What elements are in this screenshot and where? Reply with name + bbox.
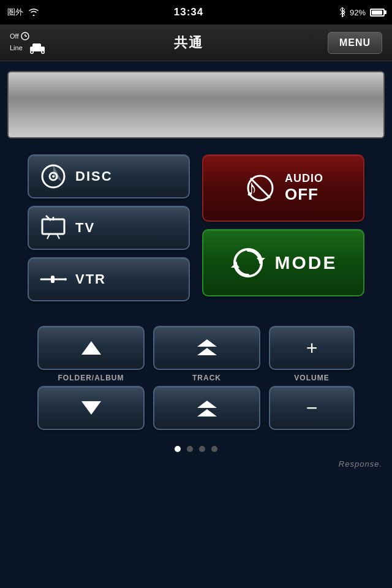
display-screen	[7, 71, 385, 138]
header: Off Line 共通 MENU	[0, 24, 392, 61]
footer: Response.	[0, 457, 392, 473]
vtr-button[interactable]: VTR	[28, 257, 190, 301]
vtr-icon	[40, 266, 67, 293]
wifi-icon	[28, 8, 39, 17]
track-down-button[interactable]	[153, 386, 260, 430]
svg-rect-15	[42, 219, 64, 234]
volume-down-button[interactable]: −	[269, 386, 355, 430]
svg-marker-29	[231, 263, 239, 268]
track-label: TRACK	[192, 374, 221, 382]
volume-group: + VOLUME −	[269, 326, 355, 430]
bluetooth-icon	[338, 7, 347, 18]
volume-label: VOLUME	[294, 374, 329, 382]
page-dot-1[interactable]	[175, 446, 181, 452]
status-left: 圏外	[7, 7, 39, 18]
svg-marker-35	[197, 409, 217, 417]
svg-marker-34	[197, 401, 217, 408]
track-up-button[interactable]	[153, 326, 260, 370]
source-buttons: DISC TV	[28, 154, 190, 301]
off-label: OFF	[285, 185, 318, 204]
svg-marker-31	[81, 401, 101, 415]
controls-area: DISC TV	[0, 148, 392, 307]
response-logo: Response.	[339, 459, 382, 469]
mode-label: MODE	[275, 252, 337, 273]
track-group: TRACK	[153, 326, 260, 430]
folder-album-down-button[interactable]	[37, 386, 145, 430]
disc-icon	[40, 163, 67, 190]
svg-point-23	[64, 278, 67, 281]
line-label: Line	[10, 44, 23, 51]
tv-button[interactable]: TV	[28, 206, 190, 250]
mode-icon	[230, 244, 266, 281]
audio-label: AUDIO	[285, 172, 323, 185]
carrier-label: 圏外	[7, 7, 23, 18]
svg-point-10	[31, 51, 32, 53]
svg-marker-32	[197, 339, 217, 347]
plus-sign: +	[306, 337, 318, 360]
folder-album-up-button[interactable]	[37, 326, 145, 370]
connection-status: Off Line	[10, 32, 50, 54]
page-indicator	[0, 436, 392, 457]
function-buttons: ♪ AUDIO OFF	[202, 154, 364, 301]
status-right: 92%	[338, 7, 385, 18]
audio-off-text: AUDIO OFF	[285, 172, 323, 204]
disc-label: DISC	[75, 168, 113, 184]
svg-point-11	[42, 51, 43, 53]
time-display: 13:34	[174, 6, 203, 18]
volume-up-button[interactable]: +	[269, 326, 355, 370]
status-bar: 圏外 13:34 92%	[0, 0, 392, 24]
svg-rect-7	[32, 43, 41, 48]
battery-icon	[370, 9, 385, 17]
page-dot-2[interactable]	[187, 446, 193, 452]
folder-album-group: FOLDER/ALBUM	[37, 326, 145, 430]
svg-marker-33	[197, 348, 217, 355]
clock-icon	[21, 32, 29, 40]
tv-label: TV	[75, 220, 95, 236]
disc-button[interactable]: DISC	[28, 154, 190, 198]
audio-off-icon: ♪	[243, 172, 276, 205]
svg-marker-28	[257, 258, 265, 263]
audio-off-button[interactable]: ♪ AUDIO OFF	[202, 154, 364, 222]
page-dot-3[interactable]	[199, 446, 205, 452]
page-dot-4[interactable]	[211, 446, 217, 452]
svg-marker-30	[81, 341, 101, 355]
menu-button[interactable]: MENU	[328, 32, 382, 54]
folder-album-label: FOLDER/ALBUM	[58, 374, 124, 382]
offline-label: Off	[10, 32, 18, 40]
tv-icon	[40, 214, 67, 241]
page-title: 共通	[50, 34, 328, 52]
car-icon	[25, 42, 50, 54]
minus-sign: −	[306, 397, 318, 420]
mode-button[interactable]: MODE	[202, 229, 364, 296]
bottom-controls: FOLDER/ALBUM TRACK + VOLUME	[0, 314, 392, 436]
vtr-label: VTR	[75, 271, 106, 287]
battery-percent: 92%	[350, 8, 366, 17]
